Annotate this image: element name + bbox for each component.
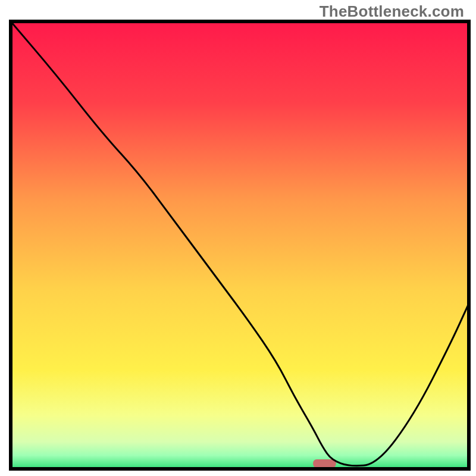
sweet-spot-marker <box>313 459 336 468</box>
chart-stage: TheBottleneck.com <box>0 0 476 476</box>
bottleneck-chart <box>0 0 476 476</box>
gradient-background <box>11 21 469 469</box>
